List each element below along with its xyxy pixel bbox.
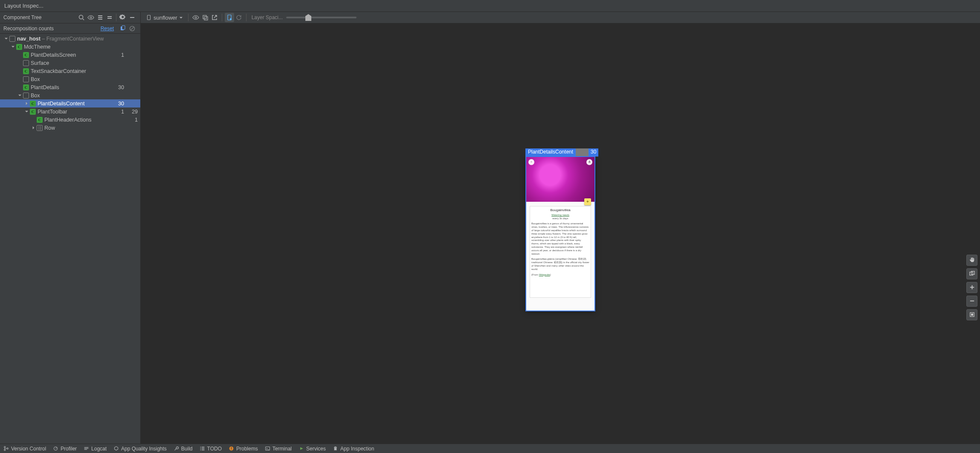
canvas-toolbar: sunflower <box>141 12 980 23</box>
svg-rect-37 <box>201 448 204 449</box>
cancel-icon[interactable] <box>128 24 137 33</box>
bottom-tab-logcat[interactable]: Logcat <box>84 446 107 452</box>
live-updates-icon[interactable] <box>225 13 234 22</box>
tree-row[interactable]: CPlantToolbar129 <box>0 107 140 116</box>
canvas-controls <box>966 255 977 320</box>
bottom-tab-problems[interactable]: Problems <box>229 446 258 452</box>
gear-icon[interactable] <box>118 13 128 22</box>
process-selector[interactable]: sunflower <box>143 13 186 22</box>
svg-rect-41 <box>231 447 232 449</box>
bottom-tab-app-quality-insights[interactable]: App Quality Insights <box>113 446 167 452</box>
open-external-icon[interactable] <box>210 13 219 22</box>
tree-row[interactable]: CPlantDetails30 <box>0 83 140 91</box>
tree-row[interactable]: Surface <box>0 59 140 67</box>
snapshot-icon[interactable] <box>200 13 210 22</box>
component-tree[interactable]: nav_host – FragmentContainerViewCMdcThem… <box>0 34 140 444</box>
device-preview[interactable]: PlantDetailsContent 30 ‹ ⋔ + Bougainvill… <box>526 157 594 311</box>
expand-icon[interactable] <box>96 13 105 22</box>
svg-point-27 <box>4 447 6 448</box>
refresh-icon[interactable] <box>234 13 244 22</box>
layout-node-icon <box>23 76 29 82</box>
compose-node-icon: C <box>30 101 36 107</box>
bottom-tab-services[interactable]: Services <box>299 446 326 452</box>
back-icon[interactable]: ‹ <box>528 159 534 165</box>
compose-node-icon: C <box>16 44 22 50</box>
zoom-out-icon[interactable] <box>966 296 977 307</box>
node-name: PlantDetailsScreen <box>31 52 114 58</box>
recomposition-label: Recomposition counts <box>3 26 101 32</box>
svg-point-29 <box>7 448 8 449</box>
bottom-tab-todo[interactable]: TODO <box>200 446 222 452</box>
svg-rect-16 <box>203 15 206 19</box>
bottom-tab-terminal[interactable]: Terminal <box>265 446 292 452</box>
bottom-tab-build[interactable]: Build <box>174 446 193 452</box>
svg-rect-42 <box>231 450 232 450</box>
bottom-tab-profiler[interactable]: Profiler <box>53 446 77 452</box>
svg-point-19 <box>229 18 231 20</box>
zoom-fit-icon[interactable] <box>966 309 977 320</box>
add-fab[interactable]: + <box>584 198 591 205</box>
node-name: PlantDetailsContent <box>38 101 114 107</box>
tree-row[interactable]: CTextSnackbarContainer <box>0 67 140 75</box>
layout-canvas-panel: sunflower <box>141 12 980 444</box>
tree-row[interactable]: Box <box>0 75 140 83</box>
tree-row[interactable]: CPlantDetailsContent30 <box>0 99 140 107</box>
visibility-icon[interactable] <box>191 13 200 22</box>
recomposition-counts: 1 <box>114 52 138 58</box>
compose-node-icon: C <box>30 109 36 115</box>
layer-spacing-slider[interactable] <box>286 17 357 18</box>
layout-canvas[interactable]: PlantDetailsContent 30 ‹ ⋔ + Bougainvill… <box>141 23 980 444</box>
copy-icon[interactable] <box>118 24 128 33</box>
chevron-down-icon[interactable] <box>3 36 9 41</box>
minimize-icon[interactable] <box>128 13 137 22</box>
bottom-tab-version-control[interactable]: Version Control <box>3 446 46 452</box>
node-name: PlantDetails <box>31 84 114 90</box>
chevron-down-icon[interactable] <box>10 44 15 49</box>
chevron-down-icon[interactable] <box>24 109 29 114</box>
chevron-right-icon[interactable] <box>24 101 29 106</box>
svg-point-0 <box>79 15 83 19</box>
tree-row[interactable]: Box <box>0 91 140 99</box>
zoom-in-icon[interactable] <box>966 282 977 293</box>
tree-row[interactable]: CMdcTheme <box>0 43 140 51</box>
chevron-down-icon[interactable] <box>17 93 22 98</box>
svg-rect-3 <box>98 15 102 16</box>
component-tree-panel: Component Tree <box>0 12 141 444</box>
node-name: PlantToolbar <box>38 109 114 115</box>
svg-rect-43 <box>265 447 270 450</box>
svg-rect-31 <box>84 447 89 447</box>
reset-link[interactable]: Reset <box>101 26 114 32</box>
plant-title: Bougainvillea <box>531 208 589 212</box>
wikipedia-link[interactable]: Wikipedia <box>539 273 550 276</box>
tree-row[interactable]: CPlantHeaderActions1 <box>0 116 140 124</box>
node-name: Row <box>44 125 114 131</box>
separator <box>246 14 246 21</box>
svg-point-15 <box>195 17 197 18</box>
tree-row[interactable]: Row <box>0 124 140 132</box>
svg-rect-38 <box>200 450 201 450</box>
search-icon[interactable] <box>77 13 86 22</box>
tree-row[interactable]: CPlantDetailsScreen1 <box>0 51 140 59</box>
pan-icon[interactable] <box>966 255 977 266</box>
node-name: PlantHeaderActions <box>44 117 114 123</box>
share-icon[interactable]: ⋔ <box>586 159 592 165</box>
chevron-placeholder <box>17 52 22 58</box>
source-line: (From Wikipedia) <box>531 273 589 277</box>
chevron-right-icon[interactable] <box>31 125 36 131</box>
svg-rect-4 <box>98 17 102 18</box>
layers-icon[interactable] <box>966 268 977 279</box>
layer-spacing-label: Layer Spaci... <box>252 15 283 20</box>
svg-rect-36 <box>200 448 201 449</box>
svg-rect-39 <box>201 450 204 450</box>
visibility-icon[interactable] <box>86 13 96 22</box>
bottom-tab-app-inspection[interactable]: App Inspection <box>333 446 374 452</box>
compose-node-icon: C <box>37 117 43 123</box>
tree-row[interactable]: nav_host – FragmentContainerView <box>0 35 140 43</box>
svg-point-28 <box>4 449 6 450</box>
chevron-placeholder <box>17 61 22 66</box>
recomposition-counts: 1 <box>114 117 138 123</box>
svg-point-45 <box>336 447 336 448</box>
svg-rect-13 <box>148 15 151 20</box>
compose-node-icon: C <box>23 68 29 74</box>
collapse-icon[interactable] <box>105 13 114 22</box>
